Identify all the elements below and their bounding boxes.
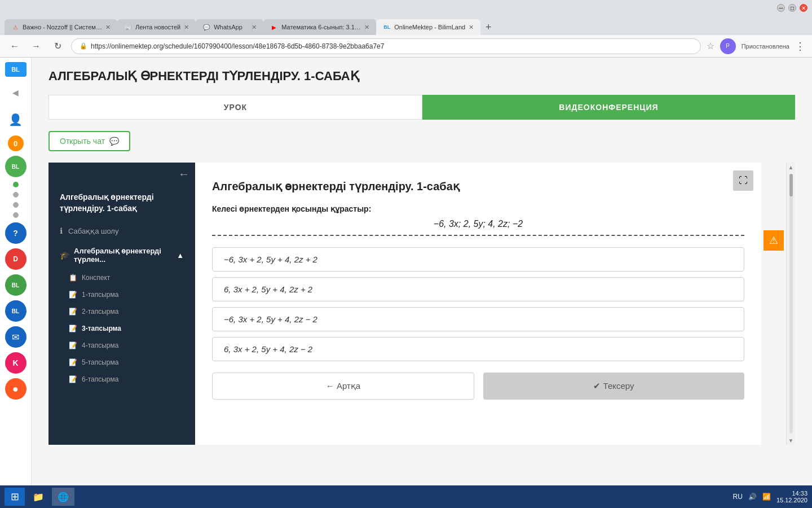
- mail-icon[interactable]: ✉: [5, 326, 27, 348]
- tab-news[interactable]: 📰 Лента новостей ✕: [117, 19, 196, 35]
- tab-favicon-whatsapp: 💬: [202, 23, 210, 31]
- forward-button[interactable]: →: [28, 38, 44, 54]
- nav-sub-task5[interactable]: 📝 5-тапсырма: [48, 354, 195, 371]
- lesson-actions: ← Артқа ✔ Тексеру: [212, 373, 744, 400]
- nav-sub-konspekt-label: Конспект: [82, 274, 110, 282]
- expand-button[interactable]: ⛶: [733, 170, 753, 191]
- overview-icon: ℹ: [60, 226, 63, 235]
- open-chat-button[interactable]: Открыть чат 💬: [48, 131, 130, 151]
- nav-item-overview[interactable]: ℹ Сабаққа шолу: [48, 221, 195, 241]
- warning-panel: ⚠: [761, 163, 786, 445]
- nav-sub-task4[interactable]: 📝 4-тапсырма: [48, 337, 195, 354]
- section-chevron-icon: ▲: [176, 251, 184, 260]
- nav-lesson-title: Алгебралық өрнектерді түрлендіру. 1-саба…: [48, 185, 195, 221]
- close-btn[interactable]: ✕: [800, 4, 807, 12]
- status-dot-green: [13, 182, 19, 187]
- nav-back-button[interactable]: ←: [173, 163, 195, 185]
- profile-icon[interactable]: 👤: [5, 108, 27, 131]
- taskbar-files[interactable]: 📁: [27, 488, 50, 506]
- sidebar: BL ◀ 👤 0 BL ? D BL BL ✉ K ●: [0, 58, 32, 508]
- scrollbar[interactable]: ▲ ▼: [786, 163, 795, 445]
- nav-sub-task6[interactable]: 📝 6-тапсырма: [48, 371, 195, 388]
- lesson-content: ⛶ Алгебралық өрнектерді түрлендіру. 1-са…: [195, 163, 761, 445]
- nav-sub-task2[interactable]: 📝 2-тапсырма: [48, 303, 195, 320]
- app-icon-k[interactable]: K: [5, 352, 27, 374]
- profile-button[interactable]: P: [720, 38, 736, 54]
- check-action-button[interactable]: ✔ Тексеру: [483, 373, 744, 400]
- title-bar: ─ □ ✕: [0, 0, 812, 16]
- app-icon-d[interactable]: D: [5, 248, 27, 270]
- new-tab-button[interactable]: +: [480, 19, 496, 35]
- app-icon-bl-2[interactable]: BL: [5, 274, 27, 296]
- profile-label: Приостановлена: [742, 43, 789, 50]
- reload-button[interactable]: ↻: [50, 38, 65, 54]
- scroll-track[interactable]: [789, 174, 793, 433]
- tab-onlinemektep[interactable]: BL OnlineMektep - BilimLand ✕: [376, 19, 480, 35]
- tab-favicon-nozzoff: ⚠: [11, 23, 19, 31]
- taskbar-browser[interactable]: 🌐: [52, 488, 74, 506]
- sidebar-toggle[interactable]: ◀: [5, 81, 27, 104]
- app-icon-orange[interactable]: ●: [5, 378, 27, 400]
- scroll-thumb[interactable]: [789, 174, 793, 196]
- answer-option-a-text: −6, 3x + 2, 5y + 4, 2z + 2: [224, 255, 317, 264]
- nav-sub-task3[interactable]: 📝 3-тапсырма: [48, 320, 195, 337]
- url-bar[interactable]: 🔒 https://onlinemektep.org/schedule/1607…: [71, 38, 701, 54]
- back-action-button[interactable]: ← Артқа: [212, 373, 474, 400]
- app-icon-bl-green[interactable]: BL: [5, 156, 27, 177]
- tab-favicon-onlinemektep: BL: [383, 23, 391, 31]
- network-icon: 📶: [762, 493, 771, 501]
- answer-option-d[interactable]: 6, 3x + 2, 5y + 4, 2z − 2: [212, 337, 744, 361]
- nav-section-algebra[interactable]: 🎓 Алгебралық өрнектерді түрлен... ▲: [48, 241, 195, 269]
- tab-whatsapp[interactable]: 💬 WhatsApp ✕: [196, 19, 263, 35]
- lesson-content-title: Алгебралық өрнектерді түрлендіру. 1-саба…: [212, 179, 744, 193]
- content-area: АЛГЕБРАЛЫҚ ӨРНЕКТЕРДІ ТҮРЛЕНДІРУ. 1-САБА…: [32, 58, 812, 508]
- tab-close-whatsapp[interactable]: ✕: [251, 24, 257, 31]
- scroll-down-arrow[interactable]: ▼: [787, 436, 796, 445]
- tab-close-onlinemektep[interactable]: ✕: [469, 24, 474, 31]
- answer-option-d-text: 6, 3x + 2, 5y + 4, 2z − 2: [224, 344, 312, 354]
- scroll-up-arrow[interactable]: ▲: [787, 163, 796, 172]
- task6-icon: 📝: [69, 375, 77, 383]
- status-dot-gray-1: [13, 192, 19, 198]
- lock-icon: 🔒: [80, 42, 87, 50]
- tab-math[interactable]: ▶ Математика 6-сынып: 3.1. Алге... ✕: [263, 19, 376, 35]
- start-button[interactable]: ⊞: [5, 488, 25, 506]
- tab-favicon-news: 📰: [124, 23, 132, 31]
- answer-option-b[interactable]: 6, 3x + 2, 5y + 4, 2z + 2: [212, 277, 744, 301]
- status-dot-gray-2: [13, 202, 19, 208]
- section-hat-icon: 🎓: [60, 251, 69, 260]
- tab-video[interactable]: ВИДЕОКОНФЕРЕНЦИЯ: [422, 95, 795, 120]
- nav-sub-task1[interactable]: 📝 1-тапсырма: [48, 286, 195, 303]
- files-icon: 📁: [33, 491, 44, 502]
- help-icon[interactable]: ?: [5, 222, 27, 244]
- tab-favicon-math: ▶: [270, 23, 278, 31]
- maximize-btn[interactable]: □: [788, 4, 796, 12]
- browser-icon: 🌐: [58, 491, 69, 502]
- tab-label-nozzoff: Важно - Nozzoff || Система пов...: [23, 24, 102, 30]
- task5-icon: 📝: [69, 358, 77, 366]
- locale-label: RU: [733, 493, 743, 501]
- dashed-divider: [212, 235, 744, 236]
- nav-sub-task1-label: 1-тапсырма: [82, 291, 118, 299]
- page-title: АЛГЕБРАЛЫҚ ӨРНЕКТЕРДІ ТҮРЛЕНДІРУ. 1-САБА…: [48, 69, 795, 84]
- tab-close-news[interactable]: ✕: [184, 24, 189, 31]
- tab-close-math[interactable]: ✕: [364, 24, 369, 31]
- lesson-nav: ← Алгебралық өрнектерді түрлендіру. 1-са…: [48, 163, 195, 445]
- bl-logo[interactable]: BL: [5, 62, 27, 77]
- tab-close-nozzoff[interactable]: ✕: [105, 24, 111, 31]
- app-icon-bl-blue[interactable]: BL: [5, 300, 27, 322]
- warning-button[interactable]: ⚠: [764, 230, 784, 251]
- time-label: 14:33: [792, 490, 807, 497]
- back-button[interactable]: ←: [7, 38, 23, 54]
- tab-lesson[interactable]: УРОК: [48, 95, 422, 120]
- tab-nozzoff[interactable]: ⚠ Важно - Nozzoff || Система пов... ✕: [5, 19, 117, 35]
- menu-button[interactable]: ⋮: [795, 40, 805, 52]
- nav-sub-task2-label: 2-тапсырма: [82, 308, 118, 316]
- answer-option-c[interactable]: −6, 3x + 2, 5y + 4, 2z − 2: [212, 307, 744, 331]
- answer-option-a[interactable]: −6, 3x + 2, 5y + 4, 2z + 2: [212, 247, 744, 271]
- question-expression: −6, 3x; 2, 5y; 4, 2z; −2: [212, 219, 744, 229]
- bookmark-icon[interactable]: ☆: [707, 41, 714, 51]
- notification-badge[interactable]: 0: [8, 135, 24, 151]
- nav-sub-konspekt[interactable]: 📋 Конспект: [48, 269, 195, 286]
- minimize-btn[interactable]: ─: [777, 4, 785, 12]
